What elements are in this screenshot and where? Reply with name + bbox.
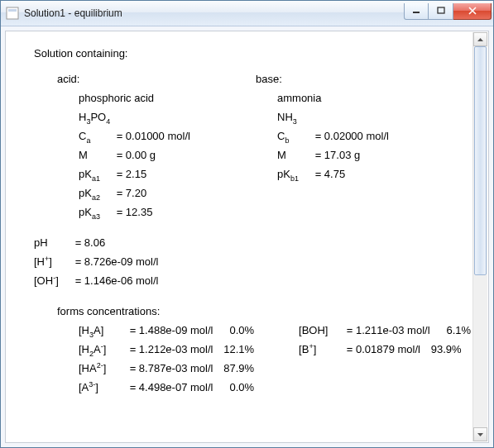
- titlebar[interactable]: Solution1 - equilibrium: [1, 1, 493, 26]
- result-pH: pH = 8.06: [34, 237, 465, 250]
- forms-heading: forms concentrations:: [34, 306, 465, 319]
- scroll-down-button[interactable]: [473, 427, 487, 441]
- window-title: Solution1 - equilibrium: [24, 7, 404, 19]
- app-window: Solution1 - equilibrium Solution contain…: [0, 0, 494, 448]
- base-M: M = 17.03 g: [233, 150, 431, 163]
- maximize-button[interactable]: [429, 3, 453, 20]
- acid-name: phosphoric acid: [34, 93, 233, 106]
- forms-acid-row: [A3-] = 4.498e-07 mol/l 0.0%: [34, 382, 254, 395]
- base-name: ammonia: [233, 93, 431, 106]
- base-formula: NH3: [233, 112, 431, 125]
- scroll-thumb[interactable]: [474, 46, 487, 275]
- forms-acid-row: [H2A-] = 1.212e-03 mol/l 12.1%: [34, 344, 254, 357]
- close-button[interactable]: [453, 3, 492, 20]
- svg-rect-1: [8, 9, 17, 12]
- client-area: Solution containing: acid: phosphoric ac…: [5, 31, 489, 443]
- acid-pKa2: pKa2 = 7.20: [34, 188, 233, 201]
- minimize-button[interactable]: [404, 3, 429, 20]
- window-controls: [404, 3, 492, 20]
- forms-base-row: [B+] = 0.01879 mol/l 93.9%: [254, 344, 471, 357]
- forms-base-row: [BOH] = 1.211e-03 mol/l 6.1%: [254, 325, 471, 338]
- acid-pKa3: pKa3 = 12.35: [34, 207, 233, 220]
- acid-Ca: Ca = 0.01000 mol/l: [34, 131, 233, 144]
- base-label: base:: [233, 74, 431, 87]
- acid-M: M = 0.00 g: [34, 150, 233, 163]
- svg-rect-2: [413, 12, 420, 13]
- app-icon: [6, 7, 19, 20]
- base-Cb: Cb = 0.02000 mol/l: [233, 131, 431, 144]
- acid-pKa1: pKa1 = 2.15: [34, 169, 233, 182]
- acid-formula: H3PO4: [34, 112, 233, 125]
- forms-acid-row: [HA2-] = 8.787e-03 mol/l 87.9%: [34, 363, 254, 376]
- heading: Solution containing:: [34, 48, 465, 61]
- forms-acid-row: [H3A] = 1.488e-09 mol/l 0.0%: [34, 325, 254, 338]
- vertical-scrollbar[interactable]: [472, 32, 487, 441]
- base-pKb1: pKb1 = 4.75: [233, 169, 431, 182]
- result-OH: [OH-] = 1.146e-06 mol/l: [34, 275, 465, 288]
- scroll-track[interactable]: [473, 46, 487, 427]
- svg-rect-3: [438, 7, 444, 13]
- document-content: Solution containing: acid: phosphoric ac…: [6, 31, 473, 442]
- result-H: [H+] = 8.726e-09 mol/l: [34, 256, 465, 269]
- scroll-up-button[interactable]: [473, 32, 487, 46]
- acid-label: acid:: [34, 74, 233, 87]
